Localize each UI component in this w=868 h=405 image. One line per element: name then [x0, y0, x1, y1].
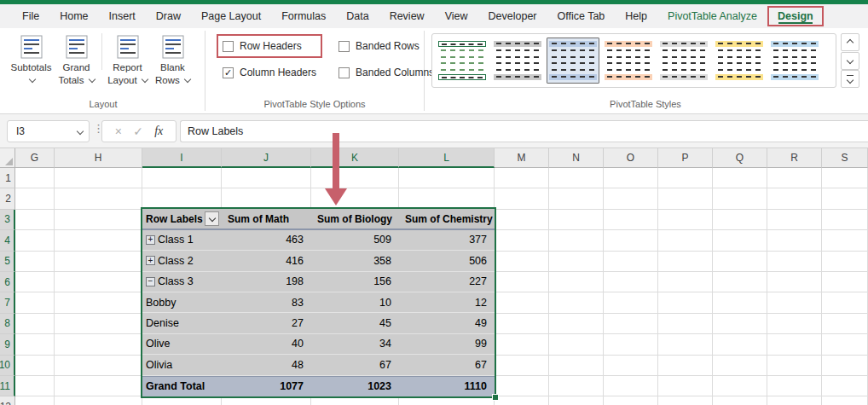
pivot-value-cell[interactable]: 358 [311, 251, 399, 270]
formula-input[interactable]: Row Labels [180, 120, 868, 142]
tab-developer[interactable]: Developer [478, 6, 547, 26]
row-header-6[interactable]: 6 [0, 272, 15, 292]
pivot-header-cell[interactable]: Row Labels [142, 209, 222, 228]
pivot-value-cell[interactable]: 227 [399, 272, 495, 292]
gallery-scroll-down-button[interactable] [841, 52, 859, 70]
banded-columns-checkbox[interactable]: Banded Columns [339, 67, 434, 78]
row-header-9[interactable]: 9 [0, 334, 15, 355]
row-header-1[interactable]: 1 [0, 168, 15, 188]
row-header-8[interactable]: 8 [0, 314, 15, 334]
cancel-icon[interactable]: × [115, 125, 122, 137]
filter-dropdown-button[interactable] [205, 211, 219, 226]
row-header-5[interactable]: 5 [0, 252, 15, 272]
pivot-header-cell[interactable]: Sum of Math [222, 209, 311, 228]
pivot-style-custom-green[interactable] [436, 38, 489, 84]
expand-plus-icon[interactable]: + [146, 256, 155, 265]
grand-total-value-cell[interactable]: 1110 [399, 377, 495, 396]
tab-design[interactable]: Design [767, 6, 824, 26]
row-header-2[interactable]: 2 [0, 188, 15, 209]
report-layout-button[interactable]: ReportLayout [105, 32, 150, 87]
column-header-p[interactable]: P [658, 148, 713, 168]
column-header-h[interactable]: H [55, 148, 142, 168]
pivot-row-label-cell[interactable]: Denise [142, 313, 222, 333]
pivot-value-cell[interactable]: 27 [222, 313, 311, 333]
row-header-4[interactable]: 4 [0, 230, 15, 251]
row-header-12[interactable]: 12 [0, 396, 15, 405]
pivot-style-blue[interactable] [547, 38, 599, 84]
pivot-value-cell[interactable]: 67 [311, 355, 399, 374]
select-all-corner[interactable] [0, 148, 15, 168]
column-header-n[interactable]: N [549, 148, 604, 168]
enter-check-icon[interactable]: ✓ [133, 125, 143, 137]
pivot-style-orange[interactable] [602, 38, 655, 84]
pivot-header-cell[interactable]: Sum of Biology [311, 209, 399, 228]
pivot-row-label-cell[interactable]: +Class 2 [142, 251, 222, 270]
grand-total-value-cell[interactable]: 1077 [222, 377, 311, 396]
banded-rows-checkbox[interactable]: Banded Rows [339, 40, 434, 52]
row-headers-checkbox[interactable]: Row Headers [223, 40, 316, 52]
pivot-row-label-cell[interactable]: −Class 3 [142, 272, 222, 292]
pivot-value-cell[interactable]: 67 [399, 355, 495, 374]
pivot-style-gray-2[interactable] [657, 38, 710, 84]
tab-formulas[interactable]: Formulas [271, 6, 336, 26]
pivot-value-cell[interactable]: 48 [222, 355, 311, 374]
name-box[interactable]: I3 [7, 120, 90, 142]
pivot-value-cell[interactable]: 45 [311, 313, 399, 333]
column-header-m[interactable]: M [495, 148, 549, 168]
column-headers-checkbox[interactable]: ✓Column Headers [223, 67, 316, 78]
expand-plus-icon[interactable]: + [146, 235, 155, 245]
grand-totals-button[interactable]: GrandTotals [54, 32, 99, 87]
column-header-q[interactable]: Q [713, 148, 767, 168]
grand-total-value-cell[interactable]: 1023 [311, 377, 399, 396]
tab-page-layout[interactable]: Page Layout [191, 6, 271, 26]
row-header-10[interactable]: 10 [0, 356, 15, 376]
column-header-j[interactable]: J [222, 148, 311, 168]
pivot-style-blue-2[interactable] [768, 38, 821, 84]
tab-help[interactable]: Help [615, 6, 657, 26]
pivot-value-cell[interactable]: 12 [399, 292, 495, 312]
tab-office-tab[interactable]: Office Tab [547, 6, 616, 26]
row-header-3[interactable]: 3 [0, 210, 15, 230]
pivot-value-cell[interactable]: 377 [399, 230, 495, 250]
column-header-g[interactable]: G [15, 148, 55, 168]
gallery-more-button[interactable] [841, 70, 859, 88]
column-header-k[interactable]: K [311, 148, 399, 168]
tab-insert[interactable]: Insert [99, 6, 146, 26]
pivot-row-label-cell[interactable]: Olivia [142, 355, 222, 374]
tab-file[interactable]: File [12, 6, 49, 26]
subtotals-button[interactable]: Subtotals [9, 32, 54, 87]
pivot-value-cell[interactable]: 509 [311, 230, 399, 250]
pivot-value-cell[interactable]: 156 [311, 272, 399, 292]
pivot-value-cell[interactable]: 463 [222, 230, 311, 250]
tab-review[interactable]: Review [379, 6, 435, 26]
insert-function-icon[interactable]: fx [154, 124, 163, 138]
pivot-value-cell[interactable]: 416 [222, 251, 311, 270]
pivot-value-cell[interactable]: 99 [399, 334, 495, 354]
tab-draw[interactable]: Draw [146, 6, 191, 26]
gallery-scroll-up-button[interactable] [841, 33, 859, 51]
row-header-11[interactable]: 11 [0, 376, 15, 396]
column-header-r[interactable]: R [767, 148, 822, 168]
collapse-minus-icon[interactable]: − [146, 277, 155, 286]
pivot-value-cell[interactable]: 34 [311, 334, 399, 354]
tab-view[interactable]: View [435, 6, 478, 26]
row-header-7[interactable]: 7 [0, 292, 15, 313]
pivot-value-cell[interactable]: 198 [222, 272, 311, 292]
pivot-header-cell[interactable]: Sum of Chemistry [399, 209, 495, 228]
pivot-value-cell[interactable]: 83 [222, 292, 311, 312]
column-header-o[interactable]: O [604, 148, 658, 168]
tab-data[interactable]: Data [336, 6, 379, 26]
tab-pivottable-analyze[interactable]: PivotTable Analyze [657, 6, 767, 26]
blank-rows-button[interactable]: BlankRows [150, 32, 195, 87]
column-header-s[interactable]: S [822, 148, 868, 168]
grid-canvas[interactable]: Row LabelsSum of MathSum of BiologySum o… [15, 168, 868, 405]
pivot-value-cell[interactable]: 506 [399, 251, 495, 270]
column-header-l[interactable]: L [399, 148, 495, 168]
grand-total-label-cell[interactable]: Grand Total [142, 377, 222, 396]
pivot-style-yellow[interactable] [713, 38, 766, 84]
pivot-value-cell[interactable]: 40 [222, 334, 311, 354]
pivot-row-label-cell[interactable]: Bobby [142, 292, 222, 312]
pivot-row-label-cell[interactable]: Olive [142, 334, 222, 354]
pivot-style-gray[interactable] [491, 38, 544, 84]
pivot-value-cell[interactable]: 10 [311, 292, 399, 312]
